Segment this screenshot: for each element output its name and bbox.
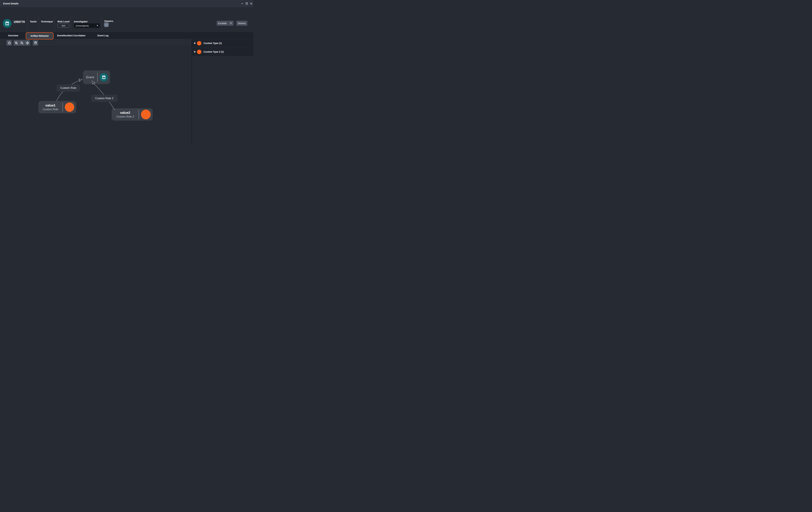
- window-title: Event Details: [3, 2, 19, 5]
- zoom-to-fit-button[interactable]: [25, 40, 30, 46]
- edge-label-custom-role: Custom Role: [57, 84, 80, 92]
- tab-artifact-behavior[interactable]: Artifact Behavior: [26, 32, 54, 39]
- panel-group-custom-type-2[interactable]: Custom Type 2 (1): [192, 48, 253, 56]
- technique-label: Technique: [40, 20, 54, 23]
- viewers-label: Viewers: [104, 20, 113, 22]
- close-button[interactable]: [250, 2, 253, 5]
- overview-map-button[interactable]: [33, 40, 38, 46]
- artifact-dot-icon: [197, 41, 201, 46]
- zoom-in-button[interactable]: [13, 40, 19, 46]
- risk-level-label: Risk Level: [57, 20, 70, 23]
- zoom-out-icon: [20, 41, 24, 44]
- tab-bar: Overview Artifact Behavior Event/Inciden…: [0, 32, 253, 39]
- expand-arrow-icon[interactable]: [194, 51, 196, 53]
- investigator-value: (Unassigned): [74, 25, 97, 27]
- risk-level-value: N/A: [57, 24, 70, 28]
- chevron-down-icon: [230, 23, 232, 24]
- artifact-dot-icon: [141, 110, 151, 119]
- overview-map-icon: [34, 41, 37, 44]
- graph-node-value2[interactable]: value2 Custom Role 2: [112, 108, 153, 121]
- zoom-to-fit-icon: [26, 41, 29, 44]
- expand-arrow-icon[interactable]: [194, 42, 196, 44]
- tab-event-incident-correlation[interactable]: Event/Incident Correlation: [57, 32, 86, 39]
- node-divider: [97, 73, 97, 82]
- edge-custom-role-arrowhead: [79, 79, 82, 82]
- node-value2-title: value2: [112, 111, 139, 115]
- investigator-label: Investigator: [74, 20, 88, 23]
- calendar-alert-icon: [4, 21, 10, 26]
- escalate-button[interactable]: Escalate: [216, 21, 228, 26]
- maximize-icon: [246, 3, 248, 5]
- zoom-out-button[interactable]: [19, 40, 25, 46]
- node-event-label: Event: [86, 76, 94, 79]
- escalate-menu-button[interactable]: [228, 21, 234, 26]
- viewer-avatar: [104, 22, 109, 27]
- node-divider: [139, 110, 139, 119]
- event-id: 1959770: [13, 20, 25, 24]
- tab-overview[interactable]: Overview: [6, 32, 20, 39]
- zoom-in-icon: [14, 41, 18, 44]
- node-value1-title: value1: [38, 103, 62, 107]
- graph-node-event[interactable]: Event: [83, 70, 110, 84]
- refresh-button[interactable]: [6, 40, 12, 46]
- panel-group-label: Custom Type (1): [203, 42, 222, 44]
- minimize-icon: [241, 3, 243, 4]
- event-header: 1959770 Tactic Technique Risk Level N/A …: [0, 7, 253, 32]
- calendar-alert-icon: [102, 75, 106, 80]
- artifact-type-panel: Custom Type (1) Custom Type 2 (1): [192, 39, 253, 144]
- event-type-icon: [3, 19, 11, 28]
- tab-event-log[interactable]: Event Log: [96, 32, 110, 39]
- artifact-dot-icon: [197, 50, 201, 54]
- graph-canvas[interactable]: Event value1 Custom Role: [0, 47, 192, 144]
- node-divider: [62, 102, 63, 112]
- maximize-button[interactable]: [245, 2, 249, 5]
- close-icon: [250, 3, 252, 4]
- titlebar: Event Details: [0, 0, 253, 7]
- chevron-down-icon: [97, 25, 98, 26]
- graph-toolbar: [0, 39, 192, 47]
- node-value2-role: Custom Role 2: [112, 115, 139, 118]
- header-actions: Escalate Dismiss: [216, 21, 247, 26]
- panel-group-label: Custom Type 2 (1): [203, 51, 224, 53]
- tactic-label: Tactic: [29, 20, 37, 23]
- panel-group-custom-type[interactable]: Custom Type (1): [192, 39, 253, 48]
- minimize-button[interactable]: [240, 2, 244, 5]
- investigator-dropdown[interactable]: (Unassigned): [74, 23, 100, 28]
- event-node-icon: [99, 73, 108, 82]
- refresh-icon: [7, 41, 11, 44]
- artifact-dot-icon: [65, 102, 74, 112]
- dismiss-button[interactable]: Dismiss: [236, 21, 247, 26]
- node-value1-role: Custom Role: [38, 108, 62, 111]
- edge-label-custom-role-2: Custom Role 2: [91, 95, 118, 102]
- event-details-window: Event Details 1959770 Tactic Technique: [0, 0, 253, 144]
- graph-node-value1[interactable]: value1 Custom Role: [38, 101, 76, 113]
